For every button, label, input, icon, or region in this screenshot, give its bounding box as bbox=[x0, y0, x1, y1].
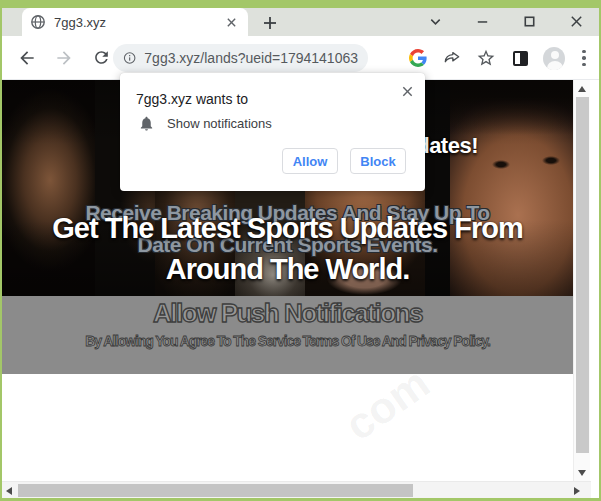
back-button[interactable] bbox=[15, 46, 39, 70]
dialog-title: 7gg3.xyz wants to bbox=[136, 91, 248, 107]
window-minimize-button[interactable] bbox=[474, 13, 491, 30]
browser-menu-button[interactable] bbox=[577, 47, 591, 69]
vertical-scrollbar-thumb[interactable] bbox=[576, 97, 589, 453]
banner-title: Allow Push Notifications bbox=[2, 298, 573, 329]
close-icon bbox=[401, 85, 414, 98]
window-close-button[interactable] bbox=[568, 13, 585, 30]
browser-tab[interactable]: 7gg3.xyz bbox=[22, 8, 248, 36]
close-icon bbox=[226, 17, 237, 28]
google-g-icon bbox=[409, 49, 427, 67]
headline-main-line1: Get The Latest Sports Updates From bbox=[2, 212, 573, 245]
star-icon bbox=[476, 48, 496, 68]
forward-button[interactable] bbox=[52, 46, 76, 70]
tab-title: 7gg3.xyz bbox=[54, 15, 222, 30]
tab-close-button[interactable] bbox=[222, 13, 240, 31]
toolbar-actions bbox=[407, 36, 591, 80]
watermark-text: com bbox=[336, 374, 439, 450]
side-panel-button[interactable] bbox=[509, 47, 531, 69]
notification-permission-dialog: 7gg3.xyz wants to Show notifications All… bbox=[120, 73, 425, 191]
window-controls bbox=[427, 13, 585, 30]
push-banner: Allow Push Notifications By Allowing You… bbox=[2, 296, 573, 374]
tab-strip: 7gg3.xyz bbox=[2, 8, 599, 36]
banner-subtitle: By Allowing You Agree To The Service Ter… bbox=[2, 333, 573, 349]
minimize-icon bbox=[475, 14, 490, 29]
scroll-right-arrow[interactable] bbox=[574, 487, 580, 495]
permission-request-text: Show notifications bbox=[167, 116, 272, 131]
scroll-down-arrow[interactable] bbox=[578, 470, 586, 476]
side-panel-icon bbox=[513, 51, 528, 66]
vertical-scrollbar[interactable] bbox=[573, 80, 590, 481]
maximize-icon bbox=[522, 14, 537, 29]
scroll-left-arrow[interactable] bbox=[6, 487, 12, 495]
block-button[interactable]: Block bbox=[350, 148, 406, 174]
plus-icon bbox=[262, 15, 278, 31]
google-g-button[interactable] bbox=[407, 47, 429, 69]
kebab-menu-icon bbox=[582, 50, 586, 54]
globe-icon bbox=[30, 14, 46, 30]
address-bar[interactable]: 7gg3.xyz/lands?ueid=1794141063 bbox=[113, 44, 368, 72]
reload-icon bbox=[92, 48, 111, 67]
scroll-up-arrow[interactable] bbox=[578, 86, 586, 92]
bell-icon bbox=[138, 115, 155, 132]
back-arrow-icon bbox=[17, 48, 37, 68]
reload-button[interactable] bbox=[89, 46, 113, 70]
avatar-icon bbox=[543, 47, 565, 70]
share-icon bbox=[442, 48, 462, 68]
close-icon bbox=[569, 14, 584, 29]
chevron-down-icon bbox=[428, 14, 443, 29]
page-blank-area: com bbox=[2, 374, 573, 481]
browser-window: 7gg3.xyz bbox=[0, 0, 601, 501]
info-icon[interactable] bbox=[123, 50, 136, 66]
headline-main-line2: Around The World. bbox=[2, 253, 573, 286]
browser-app: 7gg3.xyz bbox=[2, 8, 599, 498]
profile-button[interactable] bbox=[543, 47, 565, 69]
allow-button[interactable]: Allow bbox=[282, 148, 338, 174]
forward-arrow-icon bbox=[54, 48, 74, 68]
new-tab-button[interactable] bbox=[260, 13, 280, 33]
share-button[interactable] bbox=[441, 47, 463, 69]
dialog-close-button[interactable] bbox=[399, 83, 415, 99]
url-text: 7gg3.xyz/lands?ueid=1794141063 bbox=[144, 50, 358, 66]
horizontal-scrollbar[interactable] bbox=[2, 481, 591, 498]
bookmark-star-button[interactable] bbox=[475, 47, 497, 69]
window-maximize-button[interactable] bbox=[521, 13, 538, 30]
window-chevron-button[interactable] bbox=[427, 13, 444, 30]
horizontal-scrollbar-thumb[interactable] bbox=[18, 484, 413, 497]
